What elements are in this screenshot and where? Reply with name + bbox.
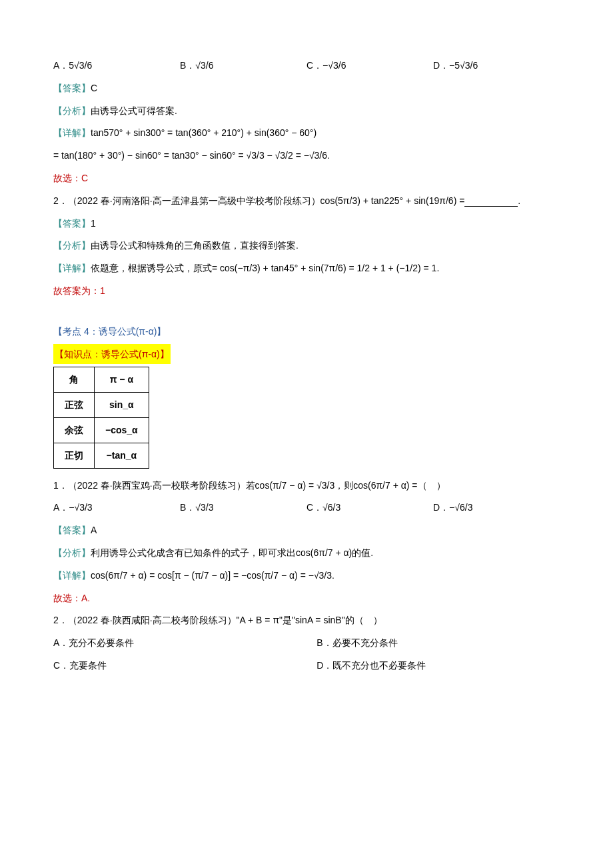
q3-select: 故选：A. bbox=[53, 588, 560, 609]
q0-opt-a: A．5√3/6 bbox=[53, 55, 180, 76]
q2-stem: 2．（2022 春·河南洛阳·高一孟津县第一高级中学校考阶段练习）cos(5π/… bbox=[53, 195, 464, 206]
q3-opt-c: C．√6/3 bbox=[306, 497, 433, 518]
q2-analysis: 由诱导公式和特殊角的三角函数值，直接得到答案. bbox=[91, 240, 299, 251]
answer-label: 【答案】 bbox=[53, 218, 91, 229]
q4-options-2: C．充要条件 D．既不充分也不必要条件 bbox=[53, 655, 560, 676]
q0-opt-b: B．√3/6 bbox=[180, 55, 306, 76]
q3-answer: A bbox=[91, 525, 97, 535]
topic-title: 【考点 4：诱导公式(π-α)】 bbox=[53, 326, 166, 337]
cell-cosine: 余弦 bbox=[54, 417, 95, 443]
q0-answer: C bbox=[91, 83, 97, 93]
cell-tangent: 正切 bbox=[54, 443, 95, 468]
analysis-label: 【分析】 bbox=[53, 240, 91, 251]
q0-opt-d: D．−5√3/6 bbox=[433, 55, 560, 76]
analysis-label: 【分析】 bbox=[53, 105, 91, 116]
q3-options: A．−√3/3 B．√3/3 C．√6/3 D．−√6/3 bbox=[53, 497, 560, 518]
q0-select: 故选：C bbox=[53, 168, 560, 189]
q0-options: A．5√3/6 B．√3/6 C．−√3/6 D．−5√3/6 bbox=[53, 55, 560, 76]
q4-opt-a: A．充分不必要条件 bbox=[53, 633, 297, 653]
cell-sine: 正弦 bbox=[54, 393, 95, 418]
q0-detail-1: tan570° + sin300° = tan(360° + 210°) + s… bbox=[91, 127, 316, 138]
q3-opt-a: A．−√3/3 bbox=[53, 497, 180, 518]
q2-answer: 1 bbox=[91, 218, 96, 229]
q4-opt-b: B．必要不充分条件 bbox=[316, 633, 560, 653]
q4-opt-c: C．充要条件 bbox=[53, 655, 297, 676]
detail-label: 【详解】 bbox=[53, 570, 91, 581]
detail-label: 【详解】 bbox=[53, 263, 91, 273]
knowledge-point: 【知识点：诱导公式(π-α)】 bbox=[53, 344, 171, 365]
cell-sine-val: sin_α bbox=[95, 393, 149, 418]
q0-detail-2: = tan(180° + 30°) − sin60° = tan30° − si… bbox=[53, 145, 560, 166]
answer-label: 【答案】 bbox=[53, 83, 91, 93]
q3-stem: 1．（2022 春·陕西宝鸡·高一校联考阶段练习）若cos(π/7 − α) =… bbox=[53, 475, 560, 496]
q4-stem: 2．（2022 春·陕西咸阳·高二校考阶段练习）"A + B = π"是"sin… bbox=[53, 610, 560, 631]
q3-opt-b: B．√3/3 bbox=[180, 497, 306, 518]
q2-select: 故答案为：1 bbox=[53, 281, 560, 301]
q3-analysis: 利用诱导公式化成含有已知条件的式子，即可求出cos(6π/7 + α)的值. bbox=[91, 547, 373, 558]
analysis-label: 【分析】 bbox=[53, 547, 91, 558]
detail-label: 【详解】 bbox=[53, 127, 91, 138]
cell-angle: 角 bbox=[54, 367, 95, 393]
formula-table: 角π − α 正弦sin_α 余弦−cos_α 正切−tan_α bbox=[53, 367, 149, 468]
q2-detail: 依题意，根据诱导公式，原式= cos(−π/3) + tan45° + sin(… bbox=[91, 263, 439, 273]
cell-pi-alpha: π − α bbox=[95, 367, 149, 393]
q3-opt-d: D．−√6/3 bbox=[433, 497, 560, 518]
q4-options-1: A．充分不必要条件 B．必要不充分条件 bbox=[53, 633, 560, 653]
q0-analysis: 由诱导公式可得答案. bbox=[91, 105, 177, 116]
cell-tangent-val: −tan_α bbox=[95, 443, 149, 468]
fill-blank bbox=[464, 197, 518, 207]
q2-tail: . bbox=[518, 195, 520, 206]
q4-opt-d: D．既不充分也不必要条件 bbox=[316, 655, 560, 676]
q3-detail: cos(6π/7 + α) = cos[π − (π/7 − α)] = −co… bbox=[91, 570, 334, 581]
answer-label: 【答案】 bbox=[53, 525, 91, 535]
cell-cosine-val: −cos_α bbox=[95, 417, 149, 443]
q0-opt-c: C．−√3/6 bbox=[306, 55, 433, 76]
